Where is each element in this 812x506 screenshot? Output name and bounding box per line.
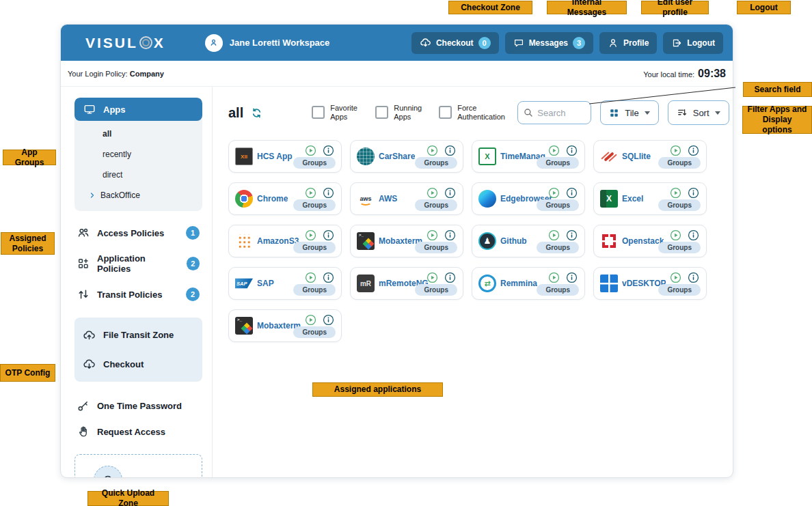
app-card[interactable]: Chrome Groups [228,182,342,215]
groups-button[interactable]: Groups [658,199,701,211]
info-button[interactable] [566,145,578,156]
info-button[interactable] [444,229,456,241]
refresh-icon[interactable] [251,107,262,119]
sidebar-item-one-time-password[interactable]: One Time Password [75,393,202,419]
app-card[interactable]: mR mRemoteNG Groups [350,267,463,300]
app-card[interactable]: Github Groups [472,225,585,257]
app-name[interactable]: Github [500,236,527,246]
info-button[interactable] [444,145,456,156]
sidebar-item-direct[interactable]: direct [75,165,202,185]
app-card[interactable]: X Excel Groups [593,182,707,215]
app-name[interactable]: SAP [257,279,274,288]
info-button[interactable] [323,272,334,283]
app-card[interactable]: Mobaxterm Groups [350,225,463,257]
info-button[interactable] [323,145,334,156]
info-button[interactable] [566,229,578,241]
groups-button[interactable]: Groups [293,284,336,296]
app-name[interactable]: Remmina [500,279,537,288]
app-card[interactable]: Openstack Groups [593,225,707,257]
messages-button[interactable]: Messages 3 [505,32,593,54]
app-card[interactable]: SAP SAP Groups [228,267,342,300]
app-name[interactable]: AmazonS3 [257,236,299,246]
play-button[interactable] [548,272,560,283]
play-button[interactable] [305,272,316,283]
groups-button[interactable]: Groups [415,284,457,296]
groups-button[interactable]: Groups [415,157,457,169]
app-name[interactable]: Excel [622,194,643,203]
info-button[interactable] [688,272,699,283]
info-button[interactable] [688,187,699,199]
app-card[interactable]: X TimeManag... Groups [472,140,585,173]
groups-button[interactable]: Groups [537,199,579,211]
app-card[interactable]: Remmina Groups [472,267,585,300]
info-button[interactable] [566,272,578,283]
play-button[interactable] [548,187,560,199]
app-card[interactable]: XII HCS App Groups [228,140,342,173]
groups-button[interactable]: Groups [537,157,579,169]
app-card[interactable]: AmazonS3 Groups [228,225,342,257]
app-card[interactable]: aws AWS Groups [350,182,463,215]
info-button[interactable] [323,187,334,199]
profile-button[interactable]: Profile [599,32,657,54]
info-button[interactable] [566,187,578,199]
groups-button[interactable]: Groups [293,199,336,211]
app-card[interactable]: Edgebrowser Groups [472,182,585,215]
sidebar-item-transit-policies[interactable]: Transit Policies 2 [75,281,202,308]
groups-button[interactable]: Groups [293,157,336,169]
play-button[interactable] [427,229,438,241]
sidebar-item-all[interactable]: all [75,124,202,144]
play-button[interactable] [427,145,438,156]
app-name[interactable]: HCS App [257,152,293,161]
info-button[interactable] [444,187,456,199]
app-card[interactable]: CarShare Groups [350,140,463,173]
play-button[interactable] [670,187,681,199]
play-button[interactable] [305,187,316,199]
play-button[interactable] [305,314,316,326]
filter-favorite-apps[interactable]: Favorite Apps [312,104,366,122]
sidebar-item-checkout[interactable]: Checkout [81,350,195,379]
sidebar-item-file-transit-zone[interactable]: File Transit Zone [81,320,195,350]
sidebar-item-apps[interactable]: Apps [75,98,202,121]
sidebar-item-request-access[interactable]: Request Access [75,419,202,445]
info-button[interactable] [688,145,699,156]
filter-running-apps[interactable]: Running Apps [375,104,429,122]
app-name[interactable]: SQLlite [622,152,651,161]
logout-button[interactable]: Logout [663,32,723,54]
play-button[interactable] [670,272,681,283]
groups-button[interactable]: Groups [293,326,336,338]
tile-view-button[interactable]: Tile [600,100,658,125]
groups-button[interactable]: Groups [658,242,701,253]
user-avatar[interactable] [205,34,223,52]
info-button[interactable] [323,229,334,241]
groups-button[interactable]: Groups [415,199,457,211]
play-button[interactable] [305,229,316,241]
app-name[interactable]: Chrome [257,194,288,203]
app-name[interactable]: CarShare [379,152,415,161]
force-authentication-checkbox[interactable] [439,106,452,119]
app-name[interactable]: Openstack [622,236,664,246]
play-button[interactable] [670,229,681,241]
app-name[interactable]: AWS [379,194,397,203]
checkout-button[interactable]: Checkout 0 [411,32,499,54]
sidebar-item-access-policies[interactable]: Access Policies 1 [75,219,202,247]
play-button[interactable] [305,145,316,156]
info-button[interactable] [323,314,334,326]
app-card[interactable]: vDESKTOP Groups [593,267,707,300]
play-button[interactable] [670,145,681,156]
app-card[interactable]: SQLlite Groups [593,140,707,173]
groups-button[interactable]: Groups [537,284,579,296]
app-card[interactable]: Mobaxterm Groups [228,309,342,342]
filter-force-authentication[interactable]: Force Authentication [439,104,517,122]
sidebar-item-recently[interactable]: recently [75,144,202,165]
info-button[interactable] [688,229,699,241]
play-button[interactable] [427,272,438,283]
groups-button[interactable]: Groups [293,242,336,253]
info-button[interactable] [444,272,456,283]
play-button[interactable] [548,145,560,156]
running-apps-checkbox[interactable] [375,106,388,119]
groups-button[interactable]: Groups [537,242,579,253]
play-button[interactable] [427,187,438,199]
sort-button[interactable]: Sort [668,100,729,125]
cloud-upload-circle-icon[interactable] [94,466,122,478]
quick-upload-dropzone[interactable]: Quick upload [75,454,202,478]
